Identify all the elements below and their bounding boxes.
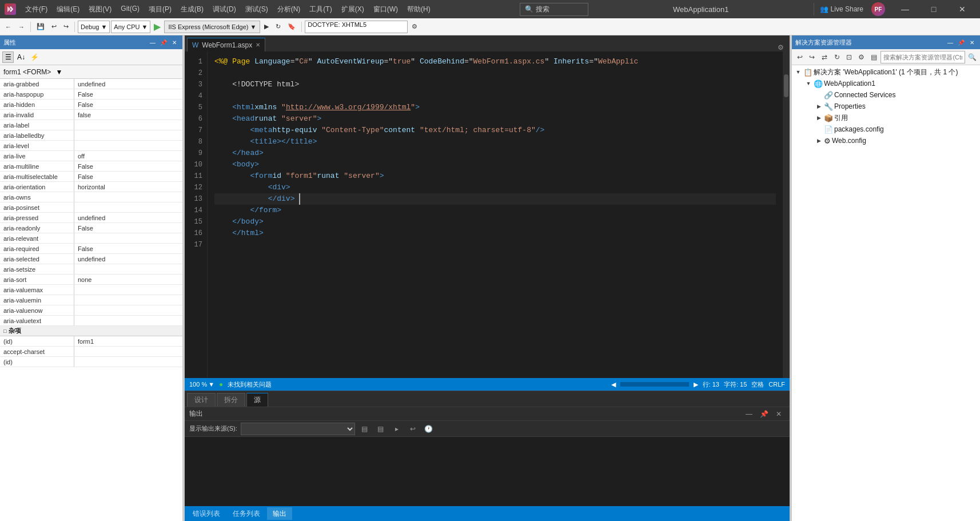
solution-close-button[interactable]: ✕: [967, 38, 977, 47]
menu-git[interactable]: Git(G): [116, 2, 144, 17]
tree-expand-icon[interactable]: ▶: [815, 115, 823, 121]
debug-config-dropdown[interactable]: Debug ▼: [78, 21, 110, 33]
back-button[interactable]: ←: [2, 21, 14, 33]
prop-value[interactable]: undefined: [74, 256, 182, 263]
menu-file[interactable]: 文件(F): [21, 2, 52, 17]
solution-pin-button[interactable]: —: [946, 38, 955, 47]
prop-row-13[interactable]: aria-pressedundefined: [0, 213, 182, 223]
editor-tab-webform1[interactable]: W WebForm1.aspx ✕: [187, 38, 265, 51]
prop-value[interactable]: off: [74, 153, 182, 160]
menu-edit[interactable]: 编辑(E): [52, 2, 84, 17]
live-share-button[interactable]: 👥 Live Share: [814, 3, 869, 15]
prop-sort-alpha[interactable]: A↓: [15, 51, 27, 63]
prop-row-17[interactable]: aria-selectedundefined: [0, 254, 182, 264]
prop-row-5[interactable]: aria-labelledby: [0, 130, 182, 141]
redo-button[interactable]: ↪: [61, 21, 71, 33]
editor-bottom-tab-拆分[interactable]: 拆分: [217, 393, 245, 407]
prop-row-12[interactable]: aria-posinset: [0, 202, 182, 213]
menu-build[interactable]: 生成(B): [176, 2, 208, 17]
prop-row-9[interactable]: aria-multiselectableFalse: [0, 172, 182, 182]
prop-row-4[interactable]: aria-label: [0, 120, 182, 130]
user-avatar[interactable]: PF: [871, 2, 885, 16]
prop-value[interactable]: False: [74, 173, 182, 180]
close-button[interactable]: ✕: [949, 0, 975, 18]
menu-debug[interactable]: 调试(D): [208, 2, 241, 17]
properties-pin-button[interactable]: —: [148, 38, 157, 47]
menu-tools[interactable]: 工具(T): [305, 2, 336, 17]
prop-events[interactable]: ⚡: [29, 51, 40, 63]
output-btn4[interactable]: ↩: [407, 423, 419, 435]
properties-close-button[interactable]: ✕: [170, 38, 179, 47]
tree-item-5[interactable]: 📄packages.config: [792, 124, 980, 135]
doctype-settings[interactable]: ⚙: [409, 21, 420, 33]
prop-row-15[interactable]: aria-relevant: [0, 233, 182, 244]
prop-row-18[interactable]: aria-setsize: [0, 264, 182, 275]
solution-forward-btn[interactable]: ↪: [807, 51, 818, 63]
tree-item-3[interactable]: ▶🔧Properties: [792, 101, 980, 112]
output-tab-任务列表[interactable]: 任务列表: [227, 507, 266, 520]
solution-preview-btn[interactable]: ▤: [869, 51, 880, 63]
solution-search-input[interactable]: [881, 51, 965, 63]
global-search-box[interactable]: 🔍 搜索: [520, 3, 588, 16]
tree-item-6[interactable]: ▶⚙Web.config: [792, 135, 980, 146]
doctype-input[interactable]: DOCTYPE: XHTML5: [305, 21, 408, 33]
form-dropdown-btn[interactable]: ▼: [53, 66, 65, 78]
cpu-dropdown[interactable]: Any CPU ▼: [111, 21, 150, 33]
menu-extensions[interactable]: 扩展(X): [337, 2, 369, 17]
save-all-button[interactable]: 💾: [34, 21, 47, 33]
editor-bottom-tab-设计[interactable]: 设计: [187, 393, 216, 407]
solution-search-btn[interactable]: 🔍: [966, 51, 978, 63]
prop-row-20[interactable]: aria-valuemax: [0, 285, 182, 295]
maximize-button[interactable]: □: [921, 0, 947, 18]
properties-pin2-button[interactable]: 📌: [159, 38, 168, 47]
editor-scrollbar[interactable]: [783, 51, 790, 378]
tab-close-icon[interactable]: ✕: [256, 42, 260, 48]
prop-row-25[interactable]: (id)form1: [0, 336, 182, 347]
prop-value[interactable]: undefined: [74, 214, 182, 221]
prop-row-11[interactable]: aria-owns: [0, 192, 182, 202]
prop-row-10[interactable]: aria-orientationhorizontal: [0, 182, 182, 192]
solution-back-btn[interactable]: ↩: [794, 51, 806, 63]
output-close-btn[interactable]: ✕: [772, 408, 785, 420]
bookmark-button[interactable]: 🔖: [285, 21, 298, 33]
prop-row-6[interactable]: aria-level: [0, 141, 182, 151]
run-button[interactable]: ▶: [152, 21, 163, 33]
prop-value[interactable]: False: [74, 225, 182, 232]
prop-sort-category[interactable]: ☰: [2, 51, 14, 63]
menu-project[interactable]: 项目(P): [144, 2, 176, 17]
menu-help[interactable]: 帮助(H): [403, 2, 435, 17]
output-pin-btn[interactable]: —: [743, 408, 755, 420]
solution-sync-btn[interactable]: ⇄: [819, 51, 830, 63]
prop-row-3[interactable]: aria-invalidfalse: [0, 110, 182, 120]
menu-view[interactable]: 视图(V): [84, 2, 116, 17]
status-scroll-left[interactable]: ◀: [611, 381, 616, 388]
solution-collapse-btn[interactable]: ⊡: [844, 51, 855, 63]
prop-value[interactable]: False: [74, 101, 182, 108]
prop-row-2[interactable]: aria-hiddenFalse: [0, 100, 182, 110]
editor-settings-icon[interactable]: ⚙: [774, 43, 787, 51]
iis-dropdown[interactable]: IIS Express (Microsoft Edge) ▼: [164, 21, 260, 33]
solution-props-btn[interactable]: ⚙: [856, 51, 867, 63]
code-lines[interactable]: <%@ Page Language="C#" AutoEventWireup="…: [208, 51, 783, 378]
prop-value[interactable]: false: [74, 112, 182, 118]
prop-row-7[interactable]: aria-liveoff: [0, 151, 182, 161]
code-editor[interactable]: 1234567891011121314151617 <%@ Page Langu…: [185, 51, 790, 378]
prop-row-14[interactable]: aria-readonlyFalse: [0, 223, 182, 233]
prop-row-27[interactable]: (id): [0, 357, 182, 367]
status-scroll-right[interactable]: ▶: [694, 381, 698, 388]
prop-row-16[interactable]: aria-requiredFalse: [0, 244, 182, 254]
output-source-dropdown[interactable]: [241, 423, 355, 435]
output-btn3[interactable]: ▸: [391, 423, 403, 435]
prop-value[interactable]: form1: [74, 338, 182, 345]
section-expand-icon[interactable]: □: [3, 328, 6, 334]
prop-value[interactable]: undefined: [74, 81, 182, 88]
zoom-dropdown[interactable]: 100 % ▼: [189, 381, 214, 388]
tree-expand-icon[interactable]: ▶: [815, 104, 823, 109]
editor-bottom-tab-源[interactable]: 源: [246, 393, 268, 407]
prop-row-22[interactable]: aria-valuenow: [0, 305, 182, 316]
output-btn5[interactable]: 🕐: [423, 423, 435, 435]
output-tab-输出[interactable]: 输出: [267, 507, 292, 520]
tree-item-0[interactable]: ▼📋解决方案 'WebApplication1' (1 个项目，共 1 个): [792, 66, 980, 78]
output-tab-错误列表[interactable]: 错误列表: [187, 507, 226, 520]
minimize-button[interactable]: —: [892, 0, 918, 18]
